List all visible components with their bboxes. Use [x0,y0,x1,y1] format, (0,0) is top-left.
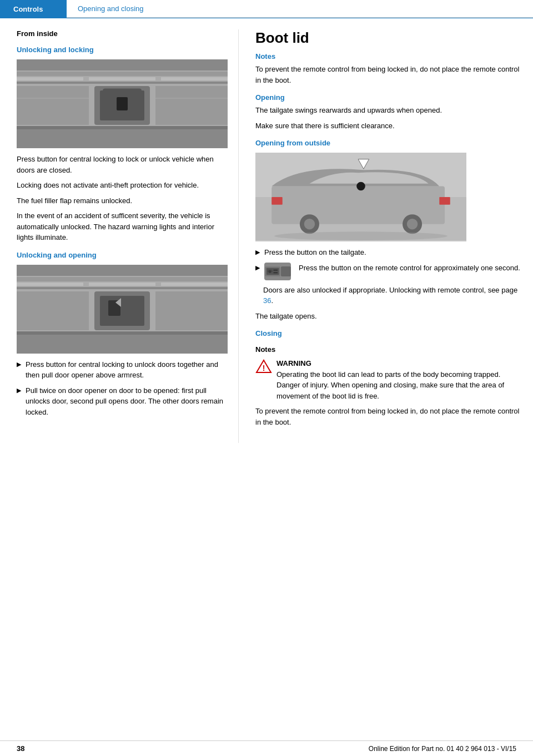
car-interior-graphic [17,59,228,148]
unlocking-locking-text4: In the event of an accident of sufficent… [17,210,227,243]
closing-title: Closing [255,329,522,337]
unlocking-locking-title: Unlocking and locking [17,46,227,54]
svg-rect-27 [155,291,228,330]
svg-point-38 [407,219,418,229]
opening-from-outside-title: Opening from outside [255,139,522,147]
svg-rect-10 [17,86,89,125]
interior-svg [17,59,228,148]
notes-title: Notes [255,52,522,61]
opening-from-outside-image [255,153,466,241]
svg-point-42 [274,231,447,240]
svg-rect-46 [273,269,278,270]
edition-text: Online Edition for Part no. 01 40 2 964 … [369,745,516,753]
opening-text-2: Make sure that there is sufficient clear… [255,120,522,132]
svg-text:!: ! [263,364,265,372]
remote-svg [264,263,281,280]
press-tailgate-bullet: ▶ Press the button on the tailgate. [255,247,522,258]
svg-rect-17 [17,265,228,276]
svg-point-36 [304,219,315,229]
svg-rect-40 [439,197,450,205]
from-inside-title: From inside [17,29,227,38]
svg-rect-19 [17,283,83,286]
press-remote-bullet: ▶ Press the button on the remote control… [255,263,522,280]
bullet-arrow-tailgate: ▶ [255,248,260,257]
notes2-title: Notes [255,345,522,354]
bullet-arrow-2: ▶ [17,386,21,395]
svg-rect-39 [271,197,282,205]
bullet-arrow-remote: ▶ [255,263,260,273]
tailgate-opens-text: The tailgate opens. [255,311,522,322]
svg-rect-20 [89,283,155,286]
unlocking-locking-text2: Locking does not activate anti-theft pro… [17,180,227,191]
bullet-item-1: ▶ Press button for central locking to un… [17,359,227,381]
svg-point-41 [356,182,365,191]
svg-rect-47 [273,272,278,273]
bullet-arrow-1: ▶ [17,360,21,369]
warning-body-text: Operating the boot lid can lead to parts… [276,370,504,400]
svg-rect-11 [155,86,228,125]
opening-text-1: The tailgate swings rearwards and upward… [255,105,522,116]
svg-rect-26 [17,291,89,330]
remote-control-icon [264,263,291,280]
page-number: 38 [17,744,24,753]
main-content: From inside Unlocking and locking [0,18,533,443]
controls-text: Controls [13,5,43,13]
page-header: Controls Opening and closing [0,0,533,18]
warning-label: WARNING [276,359,311,367]
header-controls-label: Controls [0,0,67,18]
svg-rect-8 [100,90,144,120]
svg-rect-21 [161,283,228,286]
page-ref-link[interactable]: 36 [263,296,271,305]
warning-box: ! WARNING Operating the boot lid can lea… [255,358,522,401]
exterior-svg [255,153,466,241]
svg-rect-5 [161,77,228,80]
warning-content: WARNING Operating the boot lid can lead … [276,358,522,401]
remote-icon-text-row: Press the button on the remote control f… [264,263,520,280]
svg-rect-3 [17,77,83,80]
bullet-item-2: ▶ Pull twice on door opener on door to b… [17,385,227,418]
notes-text: To prevent the remote control from being… [255,64,522,85]
svg-rect-6 [17,82,228,84]
closing-notes-text: To prevent the remote control from being… [255,406,522,427]
page-footer: 38 Online Edition for Part no. 01 40 2 9… [0,740,533,756]
press-remote-text: Press the button on the remote control f… [299,263,520,274]
svg-rect-1 [17,59,228,70]
left-column: From inside Unlocking and locking [0,29,239,443]
boot-lid-title: Boot lid [255,29,522,47]
press-tailgate-text: Press the button on the tailgate. [264,247,522,258]
header-section-label: Opening and closing [67,0,533,18]
svg-rect-29 [17,331,228,335]
svg-rect-4 [89,77,155,80]
unlocking-locking-text1: Press button for central locking to lock… [17,154,227,175]
right-column: Boot lid Notes To prevent the remote con… [239,29,533,443]
unlocking-opening-title: Unlocking and opening [17,251,227,259]
opening-title: Opening [255,93,522,102]
bullet-text-1: Press button for central locking to unlo… [26,359,227,381]
warning-triangle-icon: ! [255,359,272,374]
svg-rect-13 [17,126,228,129]
svg-rect-18 [17,277,228,281]
interior-svg-2 [17,265,228,354]
svg-rect-2 [17,72,228,76]
svg-rect-22 [17,287,228,289]
svg-rect-9 [108,95,120,110]
unlocking-opening-image [17,265,228,354]
section-text: Opening and closing [78,4,144,13]
bullet-text-2: Pull twice on door opener on door to be … [26,385,227,418]
unlocking-locking-image [17,59,228,148]
svg-rect-24 [100,296,144,326]
unlocking-locking-text3: The fuel filler flap remains unlocked. [17,195,227,206]
doors-unlocked-text: Doors are also unlocked if appropriate. … [263,285,522,306]
